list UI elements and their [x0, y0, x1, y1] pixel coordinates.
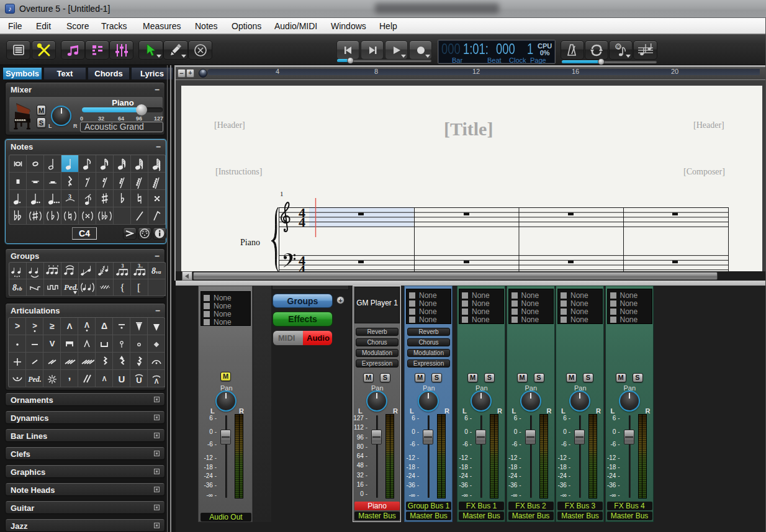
svg-text:Ped.: Ped.: [64, 282, 78, 292]
svg-text:Λ: Λ: [66, 322, 72, 331]
svg-text:{: {: [120, 282, 125, 294]
svg-text:4: 4: [299, 214, 305, 230]
svg-text:3: 3: [68, 193, 71, 200]
svg-text:Λ: Λ: [154, 378, 158, 385]
svg-text:V: V: [49, 339, 55, 348]
svg-text:8va: 8va: [151, 266, 161, 276]
svg-text:3: 3: [121, 263, 124, 269]
svg-text:>: >: [32, 321, 37, 330]
svg-text:3..: 3..: [138, 263, 143, 269]
svg-text:Δ: Δ: [101, 321, 107, 331]
svg-text:Λ: Λ: [84, 321, 89, 330]
svg-text:Ped.: Ped.: [28, 375, 42, 384]
svg-text:Λ: Λ: [102, 376, 106, 382]
svg-text:8vb: 8vb: [12, 283, 22, 292]
svg-text:[: [: [137, 282, 140, 293]
svg-text:≥: ≥: [50, 321, 55, 331]
svg-text:>: >: [14, 321, 19, 331]
svg-text:Q: Q: [617, 45, 621, 50]
svg-text:,: ,: [68, 371, 70, 381]
svg-text:4: 4: [299, 262, 305, 272]
svg-text:U: U: [136, 376, 142, 385]
svg-text:U: U: [118, 374, 125, 384]
